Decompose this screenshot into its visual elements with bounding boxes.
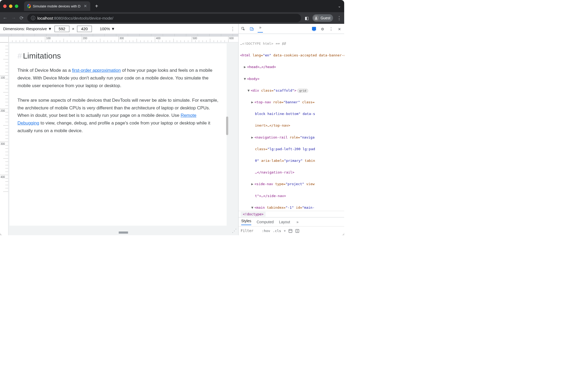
more-panels-button[interactable]: » [258,25,263,33]
more-style-tabs[interactable]: » [297,220,299,224]
zoom-dropdown[interactable]: 100% ▼ [100,26,115,31]
styles-filter-input[interactable] [241,229,259,233]
paragraph-1: Think of Device Mode as a first-order ap… [17,67,219,90]
close-tab-button[interactable]: ✕ [84,4,87,8]
profile-label: Guest [321,16,330,20]
vertical-ruler [0,42,8,235]
close-window-button[interactable] [3,5,7,8]
resize-handle-south[interactable] [119,233,128,234]
profile-button[interactable]: Guest [312,14,333,22]
page-heading: #Limitations [17,51,219,60]
chrome-favicon [27,4,31,8]
browser-menu-button[interactable]: ⋮ [337,15,342,21]
first-order-approximation-link[interactable]: first-order approximation [72,68,121,73]
new-tab-button[interactable]: + [92,3,101,9]
devtools-menu-button[interactable]: ⋮ [328,26,334,32]
styles-toolbar: :hov .cls + [239,226,344,235]
window-controls [3,5,18,8]
browser-tab[interactable]: Simulate mobile devices with D ✕ [24,1,90,11]
tab-layout[interactable]: Layout [279,220,290,224]
breakpoint-bar[interactable] [0,34,238,37]
heading-anchor-icon[interactable]: # [17,51,22,60]
styles-tabstrip: Styles Computed Layout » [239,217,344,226]
close-devtools-button[interactable]: ✕ [337,26,342,32]
resize-handle-corner[interactable]: ⋰ [232,228,237,234]
reload-button[interactable]: ⟳ [20,15,24,21]
device-options-button[interactable]: ⋮ [230,26,235,32]
back-button[interactable]: ← [3,15,7,21]
devtools-header: » ⚙ ⋮ ✕ [239,24,344,34]
forward-button[interactable]: → [11,15,16,21]
address-bar[interactable]: i localhost:8080/docs/devtools/device-mo… [27,14,301,22]
page-content[interactable]: #Limitations Think of Device Mode as a f… [10,43,227,226]
cls-button[interactable]: .cls [273,229,281,233]
simulated-viewport: #Limitations Think of Device Mode as a f… [8,42,238,235]
tab-title: Simulate mobile devices with D [33,4,80,8]
width-input[interactable] [55,26,69,32]
paragraph-2: There are some aspects of mobile devices… [17,97,219,135]
computed-styles-icon[interactable] [288,229,293,233]
inspect-element-icon[interactable] [241,27,246,31]
breadcrumb-doctype[interactable]: <!doctype> [241,212,266,217]
tab-overflow-button[interactable]: ⌄ [338,4,341,8]
dom-breadcrumb[interactable]: <!doctype> [239,211,344,217]
settings-icon[interactable]: ⚙ [320,26,325,32]
url-host: localhost [37,16,53,20]
tab-computed[interactable]: Computed [257,220,274,224]
hov-button[interactable]: :hov [262,229,270,233]
dimensions-times: × [72,26,74,31]
device-mode-pane: Dimensions: Responsive ▼ × 100% ▼ ⋮ #Lim… [0,24,238,235]
toggle-device-icon[interactable] [249,27,254,31]
height-input[interactable] [77,26,92,32]
side-panel-icon[interactable]: ◧ [305,16,309,21]
whats-new-icon[interactable] [311,26,317,31]
new-style-rule-button[interactable]: + [284,229,286,233]
url-port: :8080 [53,16,63,20]
grid-badge[interactable]: grid [297,89,308,93]
browser-toolbar: ← → ⟳ i localhost:8080/docs/devtools/dev… [0,12,344,24]
avatar-icon [313,15,319,21]
dimensions-dropdown[interactable]: Dimensions: Responsive ▼ [3,26,52,31]
horizontal-ruler [0,37,238,42]
url-path: /docs/devtools/device-mode/ [63,16,113,20]
tab-styles[interactable]: Styles [241,219,251,225]
svg-point-0 [315,17,317,18]
minimize-window-button[interactable] [9,5,12,8]
toggle-sidebar-icon[interactable] [295,229,299,233]
device-toolbar: Dimensions: Responsive ▼ × 100% ▼ ⋮ [0,24,238,34]
maximize-window-button[interactable] [15,5,18,8]
svg-rect-4 [289,229,292,233]
devtools-panel: » ⚙ ⋮ ✕ …<!DOCTYPE html> == $0 <html lan… [238,24,344,235]
svg-rect-3 [252,28,253,30]
elements-dom-tree[interactable]: …<!DOCTYPE html> == $0 <html lang="en" d… [239,34,344,211]
svg-rect-5 [296,229,299,233]
site-info-icon[interactable]: i [31,16,35,20]
tab-strip: Simulate mobile devices with D ✕ + ⌄ [0,0,344,12]
scrollbar-thumb[interactable] [226,117,228,135]
